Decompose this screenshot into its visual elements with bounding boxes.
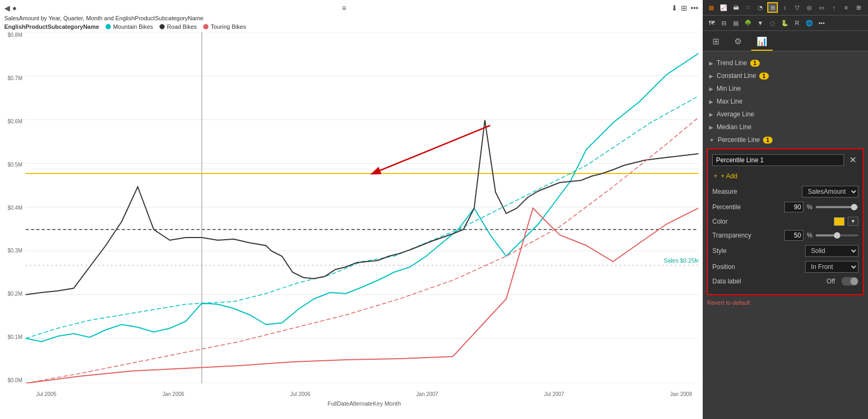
chart-nav-right: ⬇ ⊞ •••: [671, 4, 698, 12]
chevron-average: ▶: [709, 112, 713, 117]
section-constant-line[interactable]: ▶ Constant Line 1: [703, 69, 868, 82]
icon-r-script[interactable]: R: [792, 18, 802, 28]
revert-to-default-link[interactable]: Revert to default: [703, 297, 868, 308]
annotation-arrow: [373, 125, 490, 173]
expand-icon[interactable]: ⊞: [681, 4, 687, 12]
touring-bikes-trend: [26, 117, 698, 383]
chevron-trend: ▶: [709, 60, 713, 66]
y-label-0.1m: $0.1M: [7, 334, 22, 340]
color-dropdown-btn[interactable]: ▼: [848, 217, 858, 226]
style-label: Style: [712, 247, 760, 255]
position-select[interactable]: In Front Behind: [805, 261, 858, 273]
y-label-0.4m: $0.4M: [7, 205, 22, 211]
section-trend-line[interactable]: ▶ Trend Line 1: [703, 57, 868, 69]
color-value-container: ▼: [760, 217, 858, 226]
percentile-pct-symbol: %: [807, 203, 813, 211]
color-swatch[interactable]: [834, 217, 845, 226]
percentile-value-input[interactable]: [784, 202, 803, 212]
transparency-slider[interactable]: [816, 234, 858, 236]
icon-waterfall[interactable]: ↕: [779, 2, 790, 13]
right-panel: ▦ 📈 🏔 ⁙ ◔ ⊞ ↕ ▽ ◎ ▭ ↑ ≡ ⊞ 🗺 ⊟ ▤ 🌳 ▼ ◌ 🐍 …: [703, 0, 868, 419]
panel-tabs: ⊞ ⚙ 📊: [703, 31, 868, 51]
tab-format[interactable]: ⚙: [729, 33, 747, 51]
icon-circle[interactable]: ◌: [767, 18, 778, 28]
transparency-label: Transparency: [712, 232, 760, 239]
median-line-label: Median Line: [717, 123, 751, 131]
icon-pie[interactable]: ◔: [755, 2, 766, 13]
download-icon[interactable]: ⬇: [671, 4, 678, 12]
tab-analytics[interactable]: 📊: [751, 33, 773, 51]
section-percentile-line[interactable]: ▼ Percentile Line 1: [703, 133, 868, 146]
icon-line-chart[interactable]: 📈: [718, 2, 729, 13]
mountain-bikes-dot: [106, 24, 111, 29]
icon-filter[interactable]: ▼: [755, 18, 766, 28]
more-icon[interactable]: •••: [690, 4, 698, 12]
toolbar-row-1: ▦ 📈 🏔 ⁙ ◔ ⊞ ↕ ▽ ◎ ▭ ↑ ≡ ⊞: [703, 0, 868, 15]
tab-fields[interactable]: ⊞: [707, 33, 725, 51]
legend-item-road: Road Bikes: [159, 23, 197, 30]
percentile-slider[interactable]: [816, 206, 858, 208]
style-row: Style Solid Dashed Dotted: [712, 245, 858, 257]
style-select[interactable]: Solid Dashed Dotted: [805, 245, 858, 257]
transparency-row: Transparency %: [712, 230, 858, 241]
average-line-label: Average Line: [717, 110, 754, 118]
percentile-title-input[interactable]: [712, 154, 844, 166]
forward-icon[interactable]: ●: [12, 4, 17, 12]
section-median-line[interactable]: ▶ Median Line: [703, 121, 868, 133]
section-average-line[interactable]: ▶ Average Line: [703, 108, 868, 121]
icon-kpi[interactable]: ↑: [829, 2, 839, 13]
icon-decomp[interactable]: 🌳: [743, 18, 753, 28]
position-row: Position In Front Behind: [712, 261, 858, 273]
chevron-min: ▶: [709, 86, 713, 92]
road-bikes-label: Road Bikes: [167, 23, 197, 30]
icon-combo[interactable]: ⊞: [767, 2, 778, 13]
icon-matrix[interactable]: ⊟: [718, 18, 729, 28]
percentile-line-label: Percentile Line: [718, 136, 760, 144]
data-label-off-text: Off: [826, 278, 835, 285]
road-bikes-dot: [159, 24, 165, 29]
transparency-value-input[interactable]: [784, 230, 803, 241]
section-min-line[interactable]: ▶ Min Line: [703, 82, 868, 95]
icon-gauge[interactable]: ◎: [804, 2, 815, 13]
chevron-percentile: ▼: [709, 137, 714, 143]
constant-line-label: Constant Line: [717, 72, 756, 80]
chart-menu-bar: ◀ ● ≡ ⬇ ⊞ •••: [4, 2, 698, 14]
touring-bikes-line: [26, 208, 698, 383]
chevron-median: ▶: [709, 124, 713, 130]
icon-area-chart[interactable]: 🏔: [730, 2, 741, 13]
icon-more-visuals[interactable]: •••: [816, 18, 827, 28]
measure-select[interactable]: SalesAmount: [802, 186, 858, 197]
max-line-label: Max Line: [717, 98, 743, 105]
back-icon[interactable]: ◀: [4, 4, 10, 12]
measure-label: Measure: [712, 188, 760, 195]
close-percentile-btn[interactable]: ✕: [847, 154, 858, 166]
panel-content: ▶ Trend Line 1 ▶ Constant Line 1 ▶ Min L…: [703, 51, 868, 419]
y-label-0.0m: $0.0M: [7, 377, 22, 383]
icon-funnel[interactable]: ▽: [792, 2, 802, 13]
hamburger-icon[interactable]: ≡: [342, 4, 346, 12]
percentile-value-container: %: [760, 202, 858, 212]
plus-icon: ＋: [712, 171, 719, 180]
icon-slicer[interactable]: ≡: [841, 2, 851, 13]
data-label-toggle[interactable]: [841, 277, 858, 286]
icon-map[interactable]: 🗺: [706, 18, 717, 28]
icon-table[interactable]: ⊞: [853, 2, 864, 13]
icon-globe[interactable]: 🌐: [804, 18, 815, 28]
x-axis-label: FullDateAlternateKey Month: [26, 399, 703, 408]
chart-nav-left: ◀ ●: [4, 4, 17, 12]
toggle-thumb: [850, 278, 858, 285]
icon-treemap[interactable]: ▤: [730, 18, 741, 28]
mountain-bikes-label: Mountain Bikes: [113, 23, 153, 30]
section-max-line[interactable]: ▶ Max Line: [703, 95, 868, 108]
icon-bar-chart[interactable]: ▦: [706, 2, 717, 13]
chart-svg: Sales $0.25M: [26, 32, 698, 383]
chevron-max: ▶: [709, 99, 713, 105]
add-percentile-btn[interactable]: ＋ + Add: [712, 170, 737, 181]
position-value-container: In Front Behind: [760, 261, 858, 273]
x-label-jul2005: Jul 2005: [36, 391, 57, 397]
y-label-0.3m: $0.3M: [7, 248, 22, 254]
icon-scatter[interactable]: ⁙: [743, 2, 753, 13]
icon-card[interactable]: ▭: [816, 2, 827, 13]
icon-python[interactable]: 🐍: [779, 18, 790, 28]
transparency-pct-symbol: %: [807, 232, 813, 239]
